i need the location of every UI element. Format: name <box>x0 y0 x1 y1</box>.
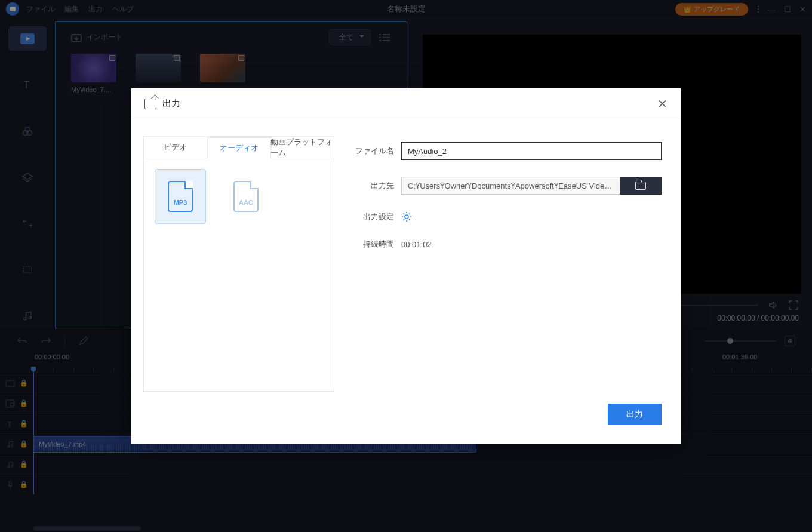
export-icon <box>144 99 156 109</box>
export-button[interactable]: 出力 <box>608 404 662 425</box>
tab-video[interactable]: ビデオ <box>144 137 208 158</box>
gear-icon[interactable] <box>401 211 412 222</box>
format-ext: MP3 <box>174 199 187 206</box>
format-mp3[interactable]: MP3 <box>155 169 206 224</box>
format-aac[interactable]: AAC <box>220 169 272 224</box>
browse-button[interactable] <box>620 177 662 195</box>
modal-overlay: 出力 ✕ ビデオ オーディオ 動画プラットフォーム MP3 AAC <box>0 0 812 532</box>
path-input[interactable] <box>401 177 620 195</box>
tab-platform[interactable]: 動画プラットフォーム <box>270 137 334 158</box>
export-dialog: 出力 ✕ ビデオ オーディオ 動画プラットフォーム MP3 AAC <box>131 88 681 444</box>
duration-label: 持続時間 <box>351 239 394 250</box>
folder-icon <box>635 182 646 190</box>
filename-label: ファイル名 <box>351 146 394 156</box>
filename-input[interactable] <box>401 142 662 160</box>
close-icon[interactable]: ✕ <box>657 98 668 110</box>
dialog-title: 出力 <box>162 98 180 109</box>
format-panel: ビデオ オーディオ 動画プラットフォーム MP3 AAC <box>143 136 334 392</box>
settings-panel: ファイル名 出力先 出力設定 持続時間 00:01:02 <box>351 136 662 392</box>
tab-audio[interactable]: オーディオ <box>207 137 272 159</box>
settings-label: 出力設定 <box>351 211 394 222</box>
svg-point-24 <box>405 215 408 219</box>
duration-value: 00:01:02 <box>401 240 432 249</box>
format-ext: AAC <box>239 199 253 206</box>
path-label: 出力先 <box>351 180 394 191</box>
